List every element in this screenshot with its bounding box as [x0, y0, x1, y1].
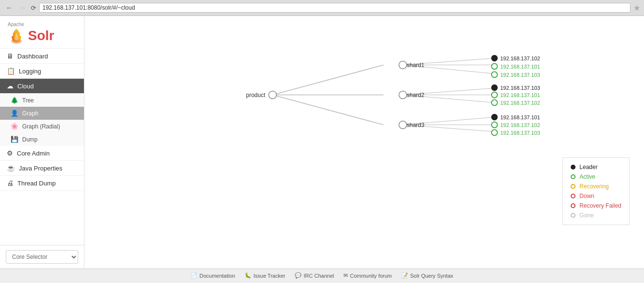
footer-documentation[interactable]: 📄 Documentation: [191, 272, 235, 279]
sidebar-item-thread-dump[interactable]: 🖨 Thread Dump: [0, 176, 84, 191]
community-forum-label: Community forum: [350, 273, 392, 279]
issue-tracker-icon: 🐛: [245, 272, 251, 279]
svg-line-1: [273, 65, 384, 95]
cloud-sub-nav: 🌲 Tree 👤 Graph 🌸 Graph (Radial) 💾 Dump: [0, 94, 84, 146]
legend-gone: Gone: [571, 212, 621, 219]
solr-query-syntax-icon: 📝: [401, 272, 408, 279]
recovering-label: Recovering: [579, 183, 609, 190]
shard2-replica1-node[interactable]: [492, 85, 497, 91]
irc-channel-icon: 💬: [295, 272, 301, 279]
shard1-node[interactable]: [399, 61, 407, 69]
recovery-failed-label: Recovery Failed: [579, 202, 621, 209]
shard1-replica2-ip: 192.168.137.101: [500, 64, 540, 70]
shard2-replica1-ip: 192.168.137.103: [500, 85, 540, 91]
logging-label: Logging: [19, 68, 41, 75]
graph-label: Graph: [22, 110, 38, 117]
back-button[interactable]: ←: [4, 3, 14, 13]
gone-dot: [571, 213, 575, 218]
shard2-label: shard2: [407, 92, 425, 99]
cloud-label: Cloud: [17, 83, 34, 90]
footer-solr-query-syntax[interactable]: 📝 Solr Query Syntax: [401, 272, 453, 279]
logging-icon: 📋: [7, 67, 15, 75]
solr-label: Solr: [28, 28, 54, 43]
legend-down: Down: [571, 193, 621, 199]
legend-recovery-failed: Recovery Failed: [571, 202, 621, 209]
product-label: product: [246, 92, 266, 99]
legend-leader: Leader: [571, 164, 621, 170]
thread-dump-icon: 🖨: [7, 179, 14, 187]
sidebar-item-graph[interactable]: 👤 Graph: [0, 107, 84, 120]
irc-channel-label: IRC Channel: [303, 273, 334, 279]
core-selector[interactable]: Core Selector: [6, 250, 78, 264]
recovery-failed-dot: [571, 203, 575, 208]
shard3-replica2-node[interactable]: [492, 122, 497, 128]
browser-chrome: ← → ⟳ 192.168.137.101:8080/solr/#/~cloud…: [0, 0, 644, 16]
shard3-replica1-node[interactable]: [492, 114, 497, 120]
community-forum-icon: ✉: [343, 272, 348, 279]
sidebar-item-cloud[interactable]: ☁ Cloud: [0, 79, 84, 94]
forward-button[interactable]: →: [17, 3, 28, 13]
shard1-replica1-node[interactable]: [492, 56, 497, 61]
shard2-replica2-ip: 192.168.137.101: [500, 92, 540, 98]
sidebar-item-graph-radial[interactable]: 🌸 Graph (Radial): [0, 120, 84, 133]
footer-irc-channel[interactable]: 💬 IRC Channel: [295, 272, 334, 279]
shard3-replica2-ip: 192.168.137.102: [500, 122, 540, 128]
recovering-dot: [571, 184, 575, 189]
legend: Leader Active Recovering Down Recovery F…: [562, 157, 630, 225]
cloud-graph-svg: product shard1 shard2 shard3 192.168.137…: [84, 16, 644, 269]
active-dot: [571, 174, 575, 179]
java-properties-icon: ☕: [7, 164, 15, 172]
dashboard-label: Dashboard: [17, 53, 48, 60]
sidebar-item-dashboard[interactable]: 🖥 Dashboard: [0, 49, 84, 64]
footer-community-forum[interactable]: ✉ Community forum: [343, 272, 392, 279]
product-node[interactable]: [269, 91, 276, 99]
tree-label: Tree: [22, 97, 34, 104]
shard2-replica2-node[interactable]: [492, 92, 497, 98]
graph-area: product shard1 shard2 shard3 192.168.137…: [84, 16, 644, 269]
shard1-label: shard1: [407, 62, 425, 69]
shard2-replica3-ip: 192.168.137.102: [500, 100, 540, 106]
legend-recovering: Recovering: [571, 183, 621, 190]
documentation-label: Documentation: [199, 273, 235, 279]
sidebar-item-core-admin[interactable]: ⚙ Core Admin: [0, 146, 84, 161]
dump-icon: 💾: [11, 136, 18, 143]
active-label: Active: [579, 173, 595, 180]
url-bar[interactable]: 192.168.137.101:8080/solr/#/~cloud: [39, 3, 630, 13]
svg-line-3: [273, 95, 384, 125]
refresh-button[interactable]: ⟳: [31, 4, 36, 12]
issue-tracker-label: Issue Tracker: [253, 273, 285, 279]
dashboard-icon: 🖥: [7, 52, 14, 60]
tree-icon: 🌲: [11, 97, 18, 104]
shard3-node[interactable]: [399, 121, 407, 129]
shard3-replica3-node[interactable]: [492, 130, 497, 136]
legend-active: Active: [571, 173, 621, 180]
down-dot: [571, 194, 575, 198]
solr-query-syntax-label: Solr Query Syntax: [410, 273, 453, 279]
bookmark-button[interactable]: ★: [633, 3, 640, 13]
leader-label: Leader: [579, 164, 597, 170]
main-content: product shard1 shard2 shard3 192.168.137…: [84, 16, 644, 269]
graph-icon: 👤: [11, 110, 18, 117]
sidebar-item-logging[interactable]: 📋 Logging: [0, 64, 84, 79]
shard1-replica3-node[interactable]: [492, 72, 497, 78]
sidebar: Apache Solr: [0, 16, 84, 269]
documentation-icon: 📄: [191, 272, 197, 279]
core-admin-label: Core Admin: [17, 150, 50, 157]
sidebar-item-dump[interactable]: 💾 Dump: [0, 133, 84, 146]
java-properties-label: Java Properties: [19, 165, 62, 172]
shard2-replica3-node[interactable]: [492, 100, 497, 106]
core-selector-area: Core Selector: [0, 245, 84, 269]
footer-issue-tracker[interactable]: 🐛 Issue Tracker: [245, 272, 285, 279]
graph-radial-label: Graph (Radial): [22, 123, 60, 130]
shard1-replica2-node[interactable]: [492, 64, 497, 70]
apache-label: Apache: [8, 22, 76, 27]
sidebar-item-java-properties[interactable]: ☕ Java Properties: [0, 161, 84, 176]
dump-label: Dump: [22, 136, 38, 143]
solr-flame-icon: [8, 27, 25, 44]
sidebar-item-tree[interactable]: 🌲 Tree: [0, 94, 84, 107]
down-label: Down: [579, 193, 594, 199]
shard2-node[interactable]: [399, 91, 407, 99]
solr-logo: Solr: [8, 27, 76, 44]
cloud-icon: ☁: [7, 82, 14, 90]
core-admin-icon: ⚙: [7, 149, 13, 157]
